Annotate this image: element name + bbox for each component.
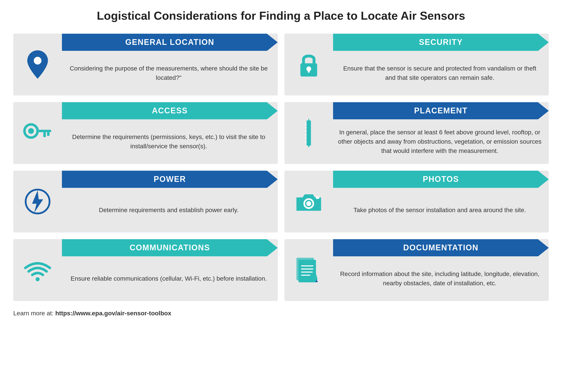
icon-area-power: [13, 171, 62, 233]
svg-rect-3: [308, 69, 310, 73]
icon-area-ruler: [284, 102, 333, 164]
svg-marker-20: [32, 190, 43, 213]
card-body-general-location: Considering the purpose of the measureme…: [62, 51, 278, 95]
svg-point-5: [28, 128, 34, 134]
card-body-documentation: Record information about the site, inclu…: [333, 256, 549, 301]
page-title: Logistical Considerations for Finding a …: [13, 9, 549, 22]
card-header-label-documentation: DOCUMENTATION: [403, 243, 479, 252]
svg-point-22: [306, 201, 311, 206]
card-body-access: Determine the requirements (permissions,…: [62, 119, 278, 164]
svg-rect-6: [37, 130, 51, 132]
card-general-location: GENERAL LOCATION Considering the purpose…: [13, 34, 278, 95]
card-content-documentation: DOCUMENTATION Record information about t…: [333, 239, 549, 301]
card-content-power: POWER Determine requirements and establi…: [62, 171, 278, 233]
card-header-label-placement: PLACEMENT: [414, 106, 468, 115]
card-header-label-photos: PHOTOS: [423, 175, 459, 184]
card-header-placement: PLACEMENT: [333, 102, 549, 119]
svg-point-24: [35, 277, 40, 281]
card-documentation: DOCUMENTATION Record information about t…: [284, 239, 549, 301]
card-grid: GENERAL LOCATION Considering the purpose…: [13, 34, 549, 301]
svg-rect-7: [47, 132, 49, 136]
card-header-label-access: ACCESS: [152, 106, 188, 115]
card-header-power: POWER: [62, 171, 278, 188]
card-header-access: ACCESS: [62, 102, 278, 119]
card-header-label-power: POWER: [154, 175, 186, 184]
icon-area-camera: [284, 171, 333, 233]
svg-rect-8: [43, 132, 46, 137]
card-header-communications: COMMUNICATIONS: [62, 239, 278, 256]
card-header-photos: PHOTOS: [333, 171, 549, 188]
icon-area-location: [13, 34, 62, 95]
card-header-security: SECURITY: [333, 34, 549, 51]
card-access: ACCESS Determine the requirements (permi…: [13, 102, 278, 164]
card-placement: PLACEMENT In general, place the sensor a…: [284, 102, 549, 164]
svg-point-0: [34, 57, 42, 65]
footer: Learn more at: https://www.epa.gov/air-s…: [13, 310, 549, 317]
icon-area-key: [13, 102, 62, 164]
card-power: POWER Determine requirements and establi…: [13, 171, 278, 233]
icon-area-document: [284, 239, 333, 301]
card-body-photos: Take photos of the sensor installation a…: [333, 188, 549, 233]
card-communications: COMMUNICATIONS Ensure reliable communica…: [13, 239, 278, 301]
card-content-general-location: GENERAL LOCATION Considering the purpose…: [62, 34, 278, 95]
footer-link[interactable]: https://www.epa.gov/air-sensor-toolbox: [55, 310, 171, 317]
svg-rect-23: [316, 196, 319, 199]
card-body-communications: Ensure reliable communications (cellular…: [62, 256, 278, 301]
footer-text: Learn more at:: [13, 310, 55, 317]
card-photos: PHOTOS Take photos of the sensor install…: [284, 171, 549, 233]
card-body-security: Ensure that the sensor is secure and pro…: [333, 51, 549, 95]
card-header-documentation: DOCUMENTATION: [333, 239, 549, 256]
card-content-access: ACCESS Determine the requirements (permi…: [62, 102, 278, 164]
card-content-photos: PHOTOS Take photos of the sensor install…: [333, 171, 549, 233]
card-content-placement: PLACEMENT In general, place the sensor a…: [333, 102, 549, 164]
card-header-label-communications: COMMUNICATIONS: [129, 243, 210, 252]
card-content-security: SECURITY Ensure that the sensor is secur…: [333, 34, 549, 95]
icon-area-lock: [284, 34, 333, 95]
card-header-label-general-location: GENERAL LOCATION: [125, 38, 214, 47]
card-body-power: Determine requirements and establish pow…: [62, 188, 278, 233]
card-header-label-security: SECURITY: [419, 38, 463, 47]
card-security: SECURITY Ensure that the sensor is secur…: [284, 34, 549, 95]
card-body-placement: In general, place the sensor at least 6 …: [333, 119, 549, 164]
card-header-general-location: GENERAL LOCATION: [62, 34, 278, 51]
icon-area-wifi: [13, 239, 62, 301]
card-content-communications: COMMUNICATIONS Ensure reliable communica…: [62, 239, 278, 301]
